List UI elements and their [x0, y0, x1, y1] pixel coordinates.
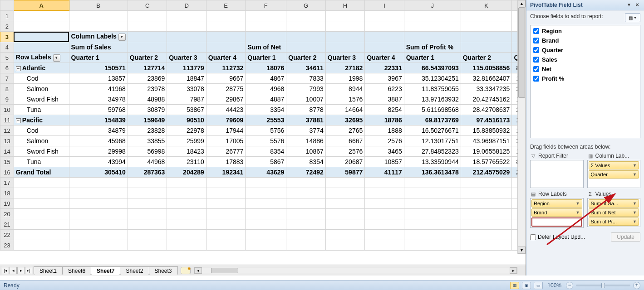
cell[interactable]: 41117	[365, 167, 404, 178]
cell[interactable]: 34879	[69, 126, 128, 136]
measure-header[interactable]: Sum of Net	[246, 42, 286, 53]
cell[interactable]	[404, 219, 461, 230]
item-row[interactable]: Sword Fish	[14, 146, 69, 157]
field-chip[interactable]: Brand▼	[531, 208, 582, 217]
cell[interactable]: 10867	[286, 146, 325, 157]
row-labels-dropdown[interactable]: ▾	[53, 54, 60, 62]
cell[interactable]: 8944	[325, 84, 364, 94]
cell[interactable]	[325, 209, 364, 219]
cell[interactable]	[206, 230, 245, 240]
cell[interactable]: 17944	[206, 126, 245, 136]
cell[interactable]: 20687	[325, 157, 364, 167]
field-item-Net[interactable]: Net	[531, 64, 639, 74]
cell[interactable]	[325, 11, 364, 21]
cell[interactable]	[69, 188, 128, 198]
view-normal-button[interactable]: ▦	[510, 282, 519, 289]
cell[interactable]	[325, 240, 364, 251]
defer-checkbox-input[interactable]	[530, 234, 536, 240]
cell[interactable]	[461, 42, 512, 53]
cell[interactable]	[128, 230, 167, 240]
cell[interactable]: 8354	[286, 157, 325, 167]
field-checkbox[interactable]	[533, 38, 539, 44]
field-item-Quarter[interactable]: Quarter	[531, 45, 639, 55]
cell[interactable]: 212.4575029	[461, 167, 512, 178]
scroll-down-arrow[interactable]: ▼	[518, 246, 526, 254]
chip-dropdown-icon[interactable]: ▼	[633, 210, 637, 215]
cell[interactable]	[461, 198, 512, 209]
scroll-up-arrow[interactable]: ▲	[518, 0, 526, 7]
row-header-21[interactable]: 21	[0, 219, 14, 230]
cell[interactable]	[365, 230, 404, 240]
cell[interactable]: 23110	[167, 157, 206, 167]
cell[interactable]	[246, 188, 286, 198]
cell[interactable]: 33078	[167, 84, 206, 94]
field-checkbox[interactable]	[533, 76, 539, 82]
item-row[interactable]: Cod	[14, 73, 69, 84]
cell[interactable]	[69, 11, 128, 21]
cell[interactable]: 41968	[69, 84, 128, 94]
cell[interactable]	[286, 188, 325, 198]
cell[interactable]	[128, 240, 167, 251]
cell[interactable]: 13.97163932	[404, 94, 461, 105]
cell[interactable]	[461, 188, 512, 198]
quarter-header[interactable]: Quarter 4	[206, 53, 245, 63]
field-chip[interactable]: Quarter▼	[589, 170, 639, 179]
collapse-icon[interactable]: −	[16, 118, 21, 123]
cell[interactable]	[325, 32, 364, 42]
cell[interactable]: 53867	[167, 105, 206, 115]
item-row[interactable]: Sword Fish	[14, 94, 69, 105]
cell[interactable]	[461, 240, 512, 251]
cell[interactable]: 56998	[128, 146, 167, 157]
cell[interactable]: 79609	[206, 115, 245, 126]
cell[interactable]: 18847	[167, 73, 206, 84]
cell[interactable]: 44423	[206, 105, 245, 115]
cell[interactable]	[365, 178, 404, 188]
cell[interactable]: 5576	[246, 136, 286, 146]
cell[interactable]	[461, 178, 512, 188]
field-checkbox[interactable]	[533, 47, 539, 53]
zoom-out-button[interactable]: −	[566, 282, 573, 289]
cell[interactable]	[365, 240, 404, 251]
cell[interactable]	[167, 188, 206, 198]
quarter-header[interactable]: Quarter 4	[365, 53, 404, 63]
field-chip[interactable]: Sum of Sa...▼	[589, 199, 639, 208]
row-header-6[interactable]: 6	[0, 63, 14, 73]
cell[interactable]	[365, 11, 404, 21]
col-header-H[interactable]: H	[325, 0, 364, 11]
cell[interactable]: 25999	[167, 136, 206, 146]
cell[interactable]: 1998	[325, 73, 364, 84]
region-row[interactable]: −Pacific	[14, 115, 69, 126]
measure-header[interactable]: Sum of Profit %	[404, 42, 461, 53]
chip-dropdown-icon[interactable]: ▼	[633, 172, 637, 177]
field-list-dropdown-icon[interactable]: ▼	[626, 2, 632, 8]
chip-dropdown-icon[interactable]: ▼	[633, 163, 637, 168]
vertical-scrollbar[interactable]: ▲ ▼	[517, 0, 526, 254]
update-button[interactable]: Update	[611, 232, 640, 242]
cell[interactable]: 13.33590944	[404, 157, 461, 167]
col-header-G[interactable]: G	[286, 0, 325, 11]
cell[interactable]	[461, 11, 512, 21]
cell[interactable]: 45968	[69, 136, 128, 146]
cell[interactable]: 7987	[167, 94, 206, 105]
cell[interactable]: 59877	[325, 167, 364, 178]
cell[interactable]: 6223	[365, 84, 404, 94]
cell[interactable]: 16.50276671	[404, 126, 461, 136]
row-header-4[interactable]: 4	[0, 42, 14, 53]
row-header-20[interactable]: 20	[0, 209, 14, 219]
col-header-A[interactable]: A	[14, 0, 69, 11]
cell[interactable]	[206, 32, 245, 42]
cell[interactable]	[325, 219, 364, 230]
cell[interactable]	[246, 178, 286, 188]
row-header-17[interactable]: 17	[0, 178, 14, 188]
area-column-labels[interactable]: Σ Values▼Quarter▼	[587, 160, 641, 188]
quarter-header[interactable]: Quarter 1	[69, 53, 128, 63]
cell[interactable]	[404, 178, 461, 188]
row-header-19[interactable]: 19	[0, 198, 14, 209]
cell[interactable]	[286, 240, 325, 251]
field-item-Profit %[interactable]: Profit %	[531, 74, 639, 83]
cell[interactable]: 136.3613478	[404, 167, 461, 178]
col-header-J[interactable]: J	[404, 0, 461, 11]
cell[interactable]	[128, 188, 167, 198]
row-header-18[interactable]: 18	[0, 188, 14, 198]
row-header-11[interactable]: 11	[0, 115, 14, 126]
